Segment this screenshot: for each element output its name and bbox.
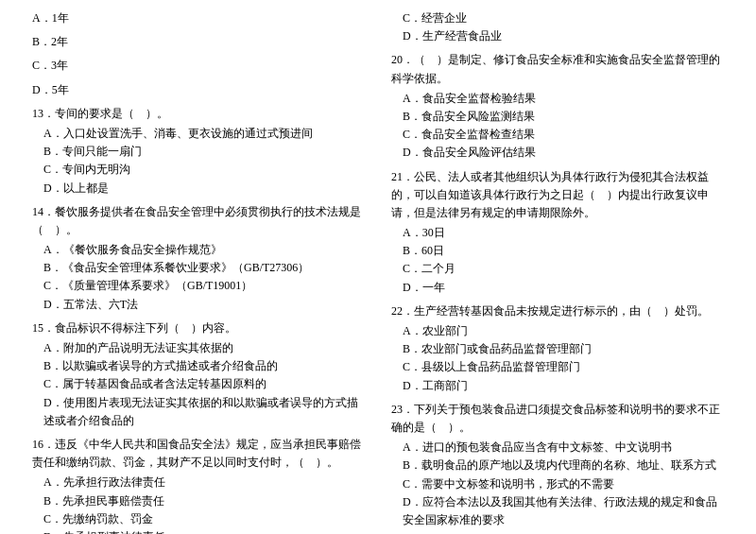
option-d: D．以上都是 [43,180,365,198]
option-d: D．食品安全风险评估结果 [403,144,724,162]
question-text: 22．生产经营转基因食品未按规定进行标示的，由（ ）处罚。 [391,302,724,320]
options-list: A．食品安全监督检验结果 B．食品安全风险监测结果 C．食品安全监督检查结果 D… [391,90,724,163]
option-b: B．食品安全风险监测结果 [403,108,724,126]
options-list: A．30日 B．60日 C．二个月 D．一年 [391,224,724,297]
option-c: C．县级以上食品药品监督管理部门 [403,358,724,376]
question-16: 16．违反《中华人民共和国食品安全法》规定，应当承担民事赔偿责任和缴纳罚款、罚金… [32,436,365,534]
content-columns: A．1年 B．2年 C．3年 D．5年 13．专间的要求是（ ）。 A．入口处设… [28,9,728,534]
option-a: A．入口处设置洗手、消毒、更衣设施的通过式预进间 [43,125,365,143]
option-a1: A．1年 [32,9,365,27]
option-d: D．先承担刑事法律责任 [43,528,365,534]
option-b: B．以欺骗或者误导的方式描述或者介绍食品的 [43,357,365,375]
option-c: C．专间内无明沟 [43,161,365,179]
question-19-continued: C．经营企业 D．生产经营食品业 [391,9,724,45]
option-a: A．进口的预包装食品应当含有中文标签、中文说明书 [403,439,724,456]
option-a: A．30日 [403,224,724,242]
right-column: C．经营企业 D．生产经营食品业 20．（ ）是制定、修订食品安全标准和实施食品… [387,9,728,534]
option-b: B．载明食品的原产地以及境内代理商的名称、地址、联系方式 [403,456,724,474]
option-b: B．专间只能一扇门 [43,143,365,161]
question-20: 20．（ ）是制定、修订食品安全标准和实施食品安全监督管理的科学依据。 A．食品… [391,51,724,162]
option-b: B．《食品安全管理体系餐饮业要求》（GB/T27306） [43,259,365,277]
question-22: 22．生产经营转基因食品未按规定进行标示的，由（ ）处罚。 A．农业部门 B．农… [391,302,724,395]
option-c: C．需要中文标签和说明书，形式的不需要 [403,475,724,493]
option-a4: D．5年 [32,81,365,99]
question-14: 14．餐饮服务提供者在食品安全管理中必须贯彻执行的技术法规是（ ）。 A．《餐饮… [32,203,365,314]
left-column: A．1年 B．2年 C．3年 D．5年 13．专间的要求是（ ）。 A．入口处设… [28,9,369,534]
question-23: 23．下列关于预包装食品进口须提交食品标签和说明书的要求不正确的是（ ）。 A．… [391,401,724,529]
question-15: 15．食品标识不得标注下列（ ）内容。 A．附加的产品说明无法证实其依据的 B．… [32,319,365,430]
option-text: C．3年 [32,57,365,75]
options-list: A．《餐饮服务食品安全操作规范》 B．《食品安全管理体系餐饮业要求》（GB/T2… [32,241,365,314]
question-21: 21．公民、法人或者其他组织认为具体行政行为侵犯其合法权益的，可以自知道该具体行… [391,168,724,297]
options-list: A．进口的预包装食品应当含有中文标签、中文说明书 B．载明食品的原产地以及境内代… [391,439,724,529]
option-a3: C．3年 [32,57,365,75]
option-d: D．应符合本法以及我国其他有关法律、行政法规的规定和食品安全国家标准的要求 [403,493,724,529]
option-c: C．《质量管理体系要求》（GB/T19001） [43,277,365,295]
option-c: C．先缴纳罚款、罚金 [43,510,365,528]
options-list: A．入口处设置洗手、消毒、更衣设施的通过式预进间 B．专间只能一扇门 C．专间内… [32,125,365,198]
option-d: D．一年 [403,279,724,297]
option-a: A．《餐饮服务食品安全操作规范》 [43,241,365,259]
options-list: A．农业部门 B．农业部门或食品药品监督管理部门 C．县级以上食品药品监督管理部… [391,322,724,395]
option-c: C．经营企业 [403,9,724,27]
option-d: D．五常法、六T法 [43,296,365,314]
option-a: A．农业部门 [403,322,724,340]
option-c: C．食品安全监督检查结果 [403,126,724,144]
option-b: B．先承担民事赔偿责任 [43,492,365,510]
option-a: A．附加的产品说明无法证实其依据的 [43,339,365,357]
page: A．1年 B．2年 C．3年 D．5年 13．专间的要求是（ ）。 A．入口处设… [28,9,728,534]
options-list: A．附加的产品说明无法证实其依据的 B．以欺骗或者误导的方式描述或者介绍食品的 … [32,339,365,430]
options-list: C．经营企业 D．生产经营食品业 [391,9,724,45]
question-text: 21．公民、法人或者其他组织认为具体行政行为侵犯其合法权益的，可以自知道该具体行… [391,168,724,223]
question-13: 13．专间的要求是（ ）。 A．入口处设置洗手、消毒、更衣设施的通过式预进间 B… [32,105,365,198]
option-text: D．5年 [32,81,365,99]
question-text: 16．违反《中华人民共和国食品安全法》规定，应当承担民事赔偿责任和缴纳罚款、罚金… [32,436,365,472]
option-text: B．2年 [32,33,365,51]
option-d: D．使用图片表现无法证实其依据的和以欺骗或者误导的方式描述或者介绍食品的 [43,394,365,430]
question-text: 13．专间的要求是（ ）。 [32,105,365,123]
question-text: 15．食品标识不得标注下列（ ）内容。 [32,319,365,337]
option-a: A．食品安全监督检验结果 [403,90,724,108]
options-list: A．先承担行政法律责任 B．先承担民事赔偿责任 C．先缴纳罚款、罚金 D．先承担… [32,474,365,534]
option-text: A．1年 [32,9,365,27]
option-b: B．农业部门或食品药品监督管理部门 [403,340,724,358]
option-a2: B．2年 [32,33,365,51]
option-c: C．二个月 [403,260,724,278]
option-c: C．属于转基因食品或者含法定转基因原料的 [43,375,365,393]
option-d: D．工商部门 [403,377,724,395]
question-text: 20．（ ）是制定、修订食品安全标准和实施食品安全监督管理的科学依据。 [391,51,724,87]
option-a: A．先承担行政法律责任 [43,474,365,491]
option-b: B．60日 [403,242,724,260]
question-text: 23．下列关于预包装食品进口须提交食品标签和说明书的要求不正确的是（ ）。 [391,401,724,437]
question-text: 14．餐饮服务提供者在食品安全管理中必须贯彻执行的技术法规是（ ）。 [32,203,365,239]
option-d: D．生产经营食品业 [403,27,724,45]
